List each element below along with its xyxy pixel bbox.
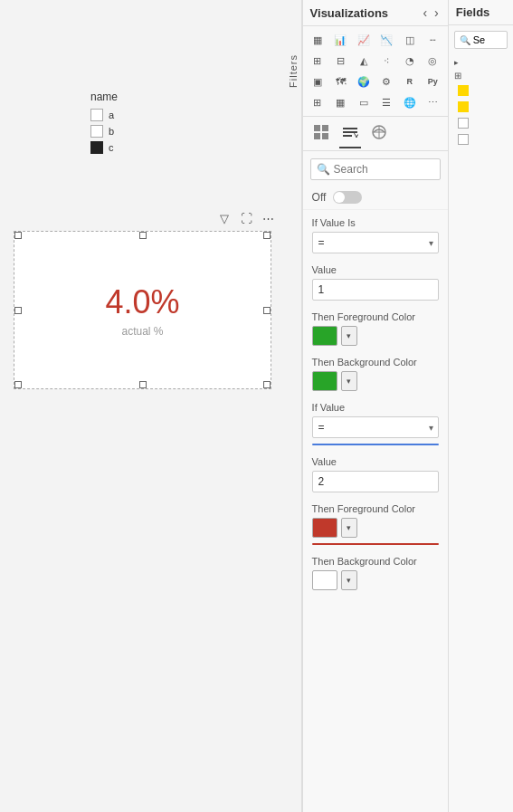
viz-icon-r[interactable]: R (399, 72, 421, 91)
resize-handle-mr[interactable] (263, 307, 271, 314)
value-input-2[interactable] (312, 471, 439, 492)
if-value-select-wrap-2[interactable]: = > < (312, 416, 439, 438)
resize-handle-tm[interactable] (139, 232, 147, 239)
viz-icon-area[interactable]: ◫ (399, 30, 421, 50)
if-value-select-2[interactable]: = > < (312, 416, 439, 438)
fields-expand-row[interactable]: ▸ (454, 56, 508, 69)
resize-handle-tr[interactable] (263, 232, 271, 239)
fields-table-row[interactable]: ⊞ (454, 69, 508, 82)
fields-header: Fields (449, 0, 513, 25)
viz-icon-line[interactable]: ╌ (422, 30, 443, 50)
resize-handle-ml[interactable] (14, 307, 22, 314)
fields-search[interactable]: 🔍 (454, 31, 508, 49)
viz-nav-prev[interactable]: ‹ (421, 5, 429, 20)
viz-panel-header: Visualizations ‹ › (303, 0, 448, 26)
then-fg-section-1: Then Foreground Color ▾ (312, 311, 439, 346)
fields-search-icon: 🔍 (460, 35, 470, 45)
resize-handle-bm[interactable] (139, 381, 147, 388)
then-fg-section-2: Then Foreground Color ▾ (312, 503, 439, 545)
tab-format[interactable] (339, 122, 361, 148)
then-fg-color-row-1: ▾ (312, 326, 439, 346)
then-bg-color-row-1: ▾ (312, 371, 439, 391)
then-bg-swatch-2[interactable] (312, 570, 337, 590)
visual-card[interactable]: 4.0% actual % (14, 231, 271, 389)
if-value-is-label-1: If Value Is (312, 217, 439, 228)
filter-icon[interactable]: ▽ (216, 210, 233, 226)
if-value-is-select-wrap-1[interactable]: = > < >= <= != (312, 232, 439, 253)
then-bg-label-2: Then Background Color (312, 556, 439, 567)
toggle-row: Off (303, 187, 448, 210)
legend-swatch-b (90, 125, 103, 138)
viz-icon-bar4[interactable]: 📉 (375, 30, 397, 50)
viz-icon-card[interactable]: ▭ (353, 92, 375, 112)
svg-rect-0 (314, 125, 320, 131)
then-bg-dropdown-2[interactable]: ▾ (341, 570, 357, 590)
value-input-1[interactable] (312, 279, 439, 301)
viz-icon-matrix[interactable]: ▦ (329, 92, 351, 112)
fields-item-3 (454, 115, 508, 131)
viz-icon-bar2[interactable]: 📊 (329, 30, 351, 50)
viz-icon-globe[interactable]: 🌐 (399, 92, 421, 112)
tab-fields[interactable] (310, 122, 332, 148)
viz-nav-next[interactable]: › (432, 5, 441, 20)
fields-item-4 (454, 131, 508, 148)
fields-checkbox-2[interactable] (458, 101, 469, 112)
viz-icon-ribbon[interactable]: ⊞ (307, 51, 328, 71)
focus-mode-icon[interactable]: ⛶ (238, 210, 254, 226)
value-section-2: Value (312, 456, 439, 492)
fields-item-2 (454, 99, 508, 115)
then-fg-label-1: Then Foreground Color (312, 311, 439, 322)
fields-search-input[interactable] (473, 34, 502, 45)
viz-icon-waterfall[interactable]: ⊟ (329, 51, 351, 71)
resize-handle-tl[interactable] (14, 232, 22, 239)
fields-panel: Fields 🔍 ▸ ⊞ (449, 0, 513, 812)
format-tabs (303, 117, 448, 151)
then-bg-dropdown-1[interactable]: ▾ (341, 371, 357, 391)
if-value-is-select-1[interactable]: = > < >= <= != (312, 232, 439, 253)
viz-icon-pie[interactable]: ◔ (399, 51, 421, 71)
tab-analytics[interactable] (368, 122, 390, 148)
search-icon: 🔍 (317, 163, 330, 176)
legend-item-a: a (90, 109, 118, 121)
search-box[interactable]: 🔍 (310, 158, 441, 180)
viz-icon-donut[interactable]: ◎ (422, 51, 443, 71)
then-fg-swatch-1[interactable] (312, 326, 337, 346)
viz-icon-funnel[interactable]: ◭ (353, 51, 375, 71)
then-bg-color-row-2: ▾ (312, 570, 439, 590)
fields-checkbox-4[interactable] (458, 134, 469, 145)
legend-label-b: b (109, 126, 114, 137)
resize-handle-br[interactable] (263, 381, 271, 388)
fields-checkbox-1[interactable] (458, 85, 469, 96)
more-options-icon[interactable]: ⋯ (260, 210, 276, 226)
svg-rect-5 (343, 131, 357, 133)
then-fg-swatch-2[interactable] (312, 518, 337, 538)
viz-icon-py[interactable]: Py (422, 72, 443, 91)
viz-icon-map[interactable]: 🗺 (329, 72, 351, 91)
then-fg-dropdown-2[interactable]: ▾ (341, 518, 357, 538)
resize-handle-bl[interactable] (14, 381, 22, 388)
fields-table-icon: ⊞ (454, 71, 461, 81)
viz-icon-bar[interactable]: ▦ (307, 30, 328, 50)
search-input[interactable] (334, 163, 434, 176)
viz-icon-treemap[interactable]: ▣ (307, 72, 328, 91)
viz-panel: Visualizations ‹ › ▦ 📊 📈 📉 ◫ ╌ ⊞ ⊟ ◭ ⁖ ◔… (302, 0, 449, 812)
viz-icon-more[interactable]: ⋯ (422, 92, 443, 112)
viz-icon-gauge[interactable]: ⚙ (375, 72, 397, 91)
viz-icon-multirow[interactable]: ☰ (375, 92, 397, 112)
viz-icon-filled-map[interactable]: 🌍 (353, 72, 375, 91)
legend-item-b: b (90, 125, 118, 138)
viz-panel-title: Visualizations (310, 6, 388, 20)
fields-checkbox-3[interactable] (458, 118, 469, 129)
if-value-section-2: If Value = > < (312, 402, 439, 445)
visual-toolbar: ▽ ⛶ ⋯ (216, 210, 276, 226)
expand-icon: ▸ (454, 58, 459, 67)
then-fg-dropdown-1[interactable]: ▾ (341, 326, 357, 346)
then-bg-swatch-1[interactable] (312, 371, 337, 391)
viz-icon-table[interactable]: ⊞ (307, 92, 328, 112)
value-section-1: Value (312, 264, 439, 301)
toggle-switch[interactable] (333, 191, 362, 204)
svg-rect-3 (322, 133, 328, 139)
viz-icon-scatter[interactable]: ⁖ (375, 51, 397, 71)
red-underline-2 (312, 543, 439, 545)
viz-icon-bar3[interactable]: 📈 (353, 30, 375, 50)
